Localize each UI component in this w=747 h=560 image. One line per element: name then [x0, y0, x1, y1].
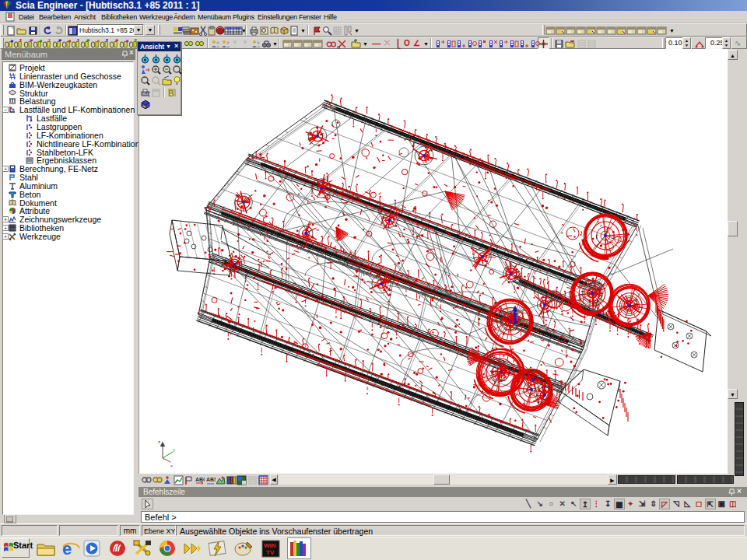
svg-text:ABC: ABC	[195, 477, 205, 482]
svg-text:WIN: WIN	[264, 542, 276, 549]
svg-text:x: x	[170, 464, 173, 468]
svg-text:y: y	[173, 447, 175, 452]
svg-text:z: z	[158, 439, 160, 444]
svg-text:ABS: ABS	[206, 477, 216, 482]
svg-text:B: B	[168, 89, 174, 98]
svg-text:TV: TV	[266, 549, 275, 556]
svg-text:e: e	[62, 539, 72, 558]
